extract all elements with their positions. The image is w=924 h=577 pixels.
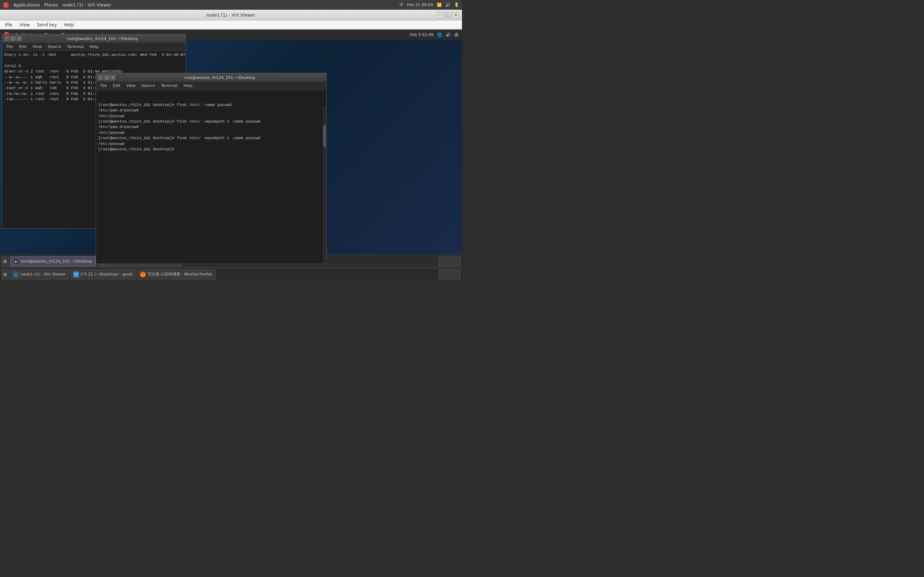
terminal-window-2: ─ □ ✕ root@westos_rh124_101:~/Desktop Fi…: [96, 73, 327, 264]
host-taskbar-firefox[interactable]: 🦊 写文章-CSDN博客 - Mozilla Firefox: [137, 269, 215, 279]
host-taskbar-gedit-label: [*2.21 (~/Desktop) - gedit: [81, 272, 133, 277]
maximize-button[interactable]: □: [445, 12, 451, 18]
vm-taskbar-terminal-1[interactable]: ▶ root@westos_rh124_101:~/Desktop: [10, 256, 96, 266]
term-1-help[interactable]: Help: [87, 44, 101, 49]
term-2-controls: ─ □ ✕: [98, 75, 115, 80]
terminal-1-titlebar: ─ □ ✕ root@westos_rh124_101:~/Desktop: [2, 34, 186, 43]
terminal-2-content: [root@westos_rh124_101 Desktop]# find /e…: [98, 102, 324, 153]
terminal-1-menubar: File Edit View Search Terminal Help: [2, 43, 186, 51]
term-2-terminal[interactable]: Terminal: [159, 83, 180, 89]
terminal-2-scrollbar[interactable]: [323, 106, 326, 264]
host-taskbar-gedit-icon: ✏: [73, 272, 79, 277]
virt-viewer-controls: ─ □ ✕: [437, 12, 459, 18]
terminal-2-title: root@westos_rh124_101:~/Desktop: [115, 76, 324, 80]
host-topbar-left: 🔴 Applications Places node1 (1) - Virt V…: [3, 2, 111, 8]
term-2-file[interactable]: File: [98, 83, 109, 89]
term-1-minimize[interactable]: ─: [4, 36, 10, 41]
host-taskbar-firefox-label: 写文章-CSDN博客 - Mozilla Firefox: [148, 272, 212, 277]
term-1-controls: ─ □ ✕: [4, 36, 22, 41]
host-network-icon: 📶: [437, 3, 442, 7]
vm-datetime: Feb 3 01:49: [410, 32, 433, 37]
vv-menu-file[interactable]: File: [2, 22, 15, 28]
vm-sound-icon: 🔊: [446, 32, 451, 37]
term-2-minimize[interactable]: ─: [98, 75, 103, 80]
virt-viewer-titlebar: node1 (1) - Virt Viewer ─ □ ✕: [0, 10, 462, 21]
host-taskbar-viewer[interactable]: 📺 node1 (1) - Virt Viewer: [10, 269, 69, 279]
virt-viewer-window: node1 (1) - Virt Viewer ─ □ ✕ File View …: [0, 10, 462, 29]
host-taskbar-firefox-icon: 🦊: [140, 272, 146, 277]
vm-taskbar-terminal-1-label: root@westos_rh124_101:~/Desktop: [21, 259, 92, 264]
minimize-button[interactable]: ─: [437, 12, 443, 18]
scrollbar-thumb[interactable]: [323, 125, 326, 147]
vm-network-icon: 🌐: [437, 32, 442, 37]
term-2-close[interactable]: ✕: [110, 75, 115, 80]
vm-show-desktop-btn[interactable]: [439, 256, 460, 266]
host-app-icon: 🔴: [3, 2, 9, 8]
host-show-desktop[interactable]: ⊞: [2, 269, 9, 279]
term-2-edit[interactable]: Edit: [110, 83, 122, 89]
term-1-file[interactable]: File: [4, 44, 15, 49]
vm-power-icon: ⏻: [454, 32, 459, 37]
term-1-terminal[interactable]: Terminal: [65, 44, 86, 49]
vv-menu-view[interactable]: View: [16, 22, 32, 28]
terminal-1-title: root@westos_rh124_101:~/Desktop: [22, 36, 183, 41]
vm-taskbar-terminal-1-icon: ▶: [13, 259, 19, 264]
term-2-help[interactable]: Help: [181, 83, 195, 89]
host-show-desktop-btn[interactable]: [439, 269, 460, 279]
host-taskbar: ⊞ 📺 node1 (1) - Virt Viewer ✏ [*2.21 (~/…: [0, 268, 462, 280]
host-applications-label[interactable]: Applications: [13, 3, 40, 8]
term-1-edit[interactable]: Edit: [16, 44, 29, 49]
host-lang-indicator: 中: [399, 2, 404, 8]
term-1-close[interactable]: ✕: [16, 36, 22, 41]
host-topbar: 🔴 Applications Places node1 (1) - Virt V…: [0, 0, 462, 10]
terminal-2-titlebar: ─ □ ✕ root@westos_rh124_101:~/Desktop: [96, 73, 326, 82]
host-taskbar-gedit[interactable]: ✏ [*2.21 (~/Desktop) - gedit: [70, 269, 136, 279]
host-topbar-right: 中 Feb 21 09:50 📶 🔊 🔋: [399, 2, 459, 8]
host-battery-icon: 🔋: [454, 3, 459, 7]
term-1-view[interactable]: View: [30, 44, 44, 49]
terminal-2-body[interactable]: [root@westos_rh124_101 Desktop]# find /e…: [96, 90, 326, 264]
term-2-maximize[interactable]: □: [104, 75, 109, 80]
vv-menu-sendkey[interactable]: Send key: [34, 22, 60, 28]
host-window-title: node1 (1) - Virt Viewer: [62, 3, 111, 8]
close-button[interactable]: ✕: [452, 12, 459, 18]
minimize-icon: ─: [439, 13, 441, 17]
vm-taskbar-show-desktop[interactable]: ⊞: [2, 256, 9, 266]
virt-viewer-menubar: File View Send key Help: [0, 21, 462, 29]
term-2-view[interactable]: View: [124, 83, 138, 89]
host-taskbar-viewer-icon: 📺: [13, 272, 19, 277]
term-1-search[interactable]: Search: [45, 44, 63, 49]
terminal-2-menubar: File Edit View Search Terminal Help: [96, 82, 326, 90]
vm-topbar-right: Feb 3 01:49 🌐 🔊 ⏻: [410, 32, 459, 37]
vv-menu-help[interactable]: Help: [61, 22, 77, 28]
host-places-label[interactable]: Places: [44, 3, 58, 8]
host-datetime: Feb 21 09:50: [407, 3, 433, 7]
virt-viewer-title: node1 (1) - Virt Viewer: [24, 13, 437, 18]
host-taskbar-viewer-label: node1 (1) - Virt Viewer: [21, 272, 66, 277]
host-sound-icon: 🔊: [446, 3, 451, 7]
term-1-maximize[interactable]: □: [10, 36, 16, 41]
maximize-icon: □: [446, 13, 449, 17]
term-2-search[interactable]: Search: [139, 83, 157, 89]
vm-desktop-area: 🔴 Applications Places Terminal Feb 3 01:…: [0, 29, 462, 268]
close-icon: ✕: [454, 13, 457, 17]
